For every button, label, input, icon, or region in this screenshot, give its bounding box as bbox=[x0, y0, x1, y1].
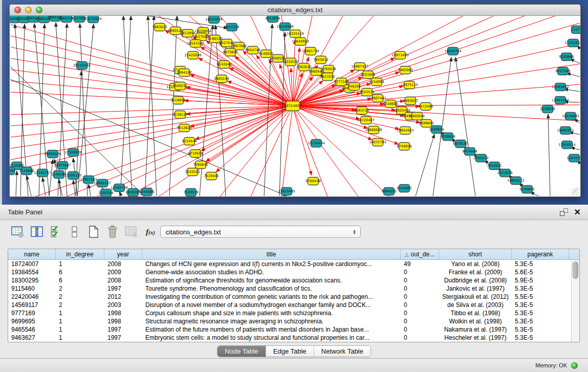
window-titlebar[interactable]: citations_edges.txt bbox=[10, 5, 580, 16]
table-cell[interactable]: 2 bbox=[56, 301, 104, 309]
graph-node[interactable]: 8471676 bbox=[497, 169, 512, 177]
table-row[interactable]: 911546021997Tourette syndrome. Phenomeno… bbox=[8, 285, 571, 293]
table-cell[interactable]: 5.3E-5 bbox=[512, 285, 569, 293]
graph-node[interactable]: 9242848 bbox=[216, 61, 231, 69]
table-cell[interactable]: 5.3E-5 bbox=[512, 325, 569, 334]
graph-edge[interactable] bbox=[293, 43, 580, 106]
graph-node[interactable]: 7857224 bbox=[224, 24, 239, 31]
table-cell[interactable]: 9465546 bbox=[8, 325, 56, 334]
table-cell[interactable]: 49 bbox=[401, 260, 439, 268]
graph-edge[interactable] bbox=[416, 134, 434, 196]
table-cell[interactable]: Corpus callosum shape and size in male p… bbox=[142, 309, 401, 317]
table-cell[interactable]: 5.5E-5 bbox=[512, 293, 569, 301]
table-cell[interactable]: de Silva et al. (2003) bbox=[439, 301, 512, 309]
graph-node[interactable]: 8454749 bbox=[245, 47, 260, 54]
table-cell[interactable]: 14569117 bbox=[8, 301, 56, 309]
table-cell[interactable]: 0 bbox=[401, 301, 439, 309]
table-cell[interactable]: 6 bbox=[56, 268, 104, 276]
table-row[interactable]: 946362711997Embryonic stem cells: a mode… bbox=[8, 334, 571, 342]
graph-node[interactable]: 16210643 bbox=[562, 113, 579, 120]
graph-node[interactable]: 1192344 bbox=[98, 189, 113, 197]
graph-edge[interactable] bbox=[120, 16, 131, 196]
graph-node[interactable]: 7519519 bbox=[183, 189, 198, 196]
graph-node[interactable]: 7509251 bbox=[172, 82, 187, 90]
graph-node[interactable]: 10654112 bbox=[507, 177, 525, 185]
graph-node[interactable]: 1167533 bbox=[567, 155, 580, 162]
graph-node[interactable]: 7463822 bbox=[152, 24, 167, 31]
table-row[interactable]: 2242004622012Investigating the contribut… bbox=[8, 293, 571, 301]
graph-node[interactable]: 4863721 bbox=[354, 107, 369, 115]
graph-node[interactable]: 18724007 bbox=[284, 101, 301, 111]
table-cell[interactable]: 1 bbox=[56, 260, 104, 268]
column-header-in_degree[interactable]: in_degree bbox=[56, 249, 104, 259]
graph-node[interactable]: 18640910 bbox=[292, 38, 309, 46]
graph-node[interactable]: 9694550 bbox=[381, 188, 396, 195]
graph-node[interactable]: 7634102 bbox=[185, 168, 200, 176]
graph-node[interactable]: 1021662 bbox=[360, 71, 375, 79]
graph-edge[interactable] bbox=[293, 106, 399, 144]
column-header-pagerank[interactable]: pagerank bbox=[512, 249, 569, 259]
graph-node[interactable]: 8912954 bbox=[180, 30, 195, 37]
table-cell[interactable]: Changes of HCN gene expression and I(f) … bbox=[142, 260, 401, 268]
table-cell[interactable]: Nakamura et al. (1997) bbox=[439, 325, 512, 334]
table-cell[interactable]: Hescheler et al. (1997) bbox=[439, 334, 512, 342]
graph-node[interactable]: 8938924 bbox=[440, 133, 455, 141]
graph-edge[interactable] bbox=[293, 84, 580, 106]
table-cell[interactable]: 1 bbox=[56, 334, 104, 342]
table-cell[interactable]: 0 bbox=[401, 268, 439, 276]
graph-node[interactable]: 20206576 bbox=[44, 150, 61, 158]
graph-edge[interactable] bbox=[11, 106, 293, 148]
graph-edge[interactable] bbox=[16, 171, 17, 196]
table-selector-dropdown[interactable]: citations_edges.txt ▲▼ bbox=[160, 226, 361, 238]
table-cell[interactable]: 1998 bbox=[104, 317, 142, 325]
graph-edge[interactable] bbox=[11, 106, 293, 137]
graph-node[interactable]: 9115460 bbox=[418, 103, 433, 111]
graph-edge[interactable] bbox=[293, 106, 358, 196]
table-cell[interactable]: 22420046 bbox=[8, 293, 56, 301]
graph-node[interactable]: 7612624 bbox=[177, 124, 191, 132]
graph-edge[interactable] bbox=[281, 106, 293, 196]
table-cell[interactable]: 2 bbox=[56, 293, 104, 301]
table-mode-button[interactable] bbox=[10, 224, 26, 239]
table-row[interactable]: 1938455462009Genome-wide association stu… bbox=[8, 268, 571, 276]
table-cell[interactable]: Tourette syndrome. Phenomenology and cla… bbox=[142, 285, 401, 293]
graph-node[interactable]: 1154094 bbox=[369, 78, 384, 86]
graph-node[interactable]: 391591 bbox=[10, 167, 16, 175]
window-resize-grip[interactable] bbox=[572, 188, 579, 195]
delete-columns-button[interactable] bbox=[105, 224, 120, 239]
graph-node[interactable]: 11175 bbox=[572, 26, 581, 34]
graph-node[interactable]: 6879197 bbox=[453, 140, 468, 148]
graph-node[interactable]: 9699695 bbox=[419, 120, 433, 127]
table-cell[interactable]: Franke et al. (2009) bbox=[439, 268, 512, 276]
table-cell[interactable]: 1997 bbox=[104, 325, 142, 334]
table-cell[interactable]: 18300295 bbox=[8, 276, 56, 285]
graph-node[interactable]: 11923445 bbox=[278, 188, 295, 195]
column-header-short[interactable]: short bbox=[439, 249, 512, 259]
table-cell[interactable]: Structural magnetic resonance image aver… bbox=[142, 317, 401, 325]
graph-node[interactable]: 3024514 bbox=[359, 89, 374, 96]
table-row[interactable]: 1830029562008Estimation of significance … bbox=[8, 276, 571, 285]
graph-node[interactable]: 10467427 bbox=[351, 63, 368, 71]
graph-node[interactable]: 9756928 bbox=[397, 143, 411, 150]
table-cell[interactable]: 1998 bbox=[104, 309, 142, 317]
graph-node[interactable]: 7594841 bbox=[193, 161, 208, 169]
graph-node[interactable]: 10688609 bbox=[365, 126, 382, 134]
graph-edge[interactable] bbox=[10, 79, 287, 196]
table-cell[interactable]: 5.3E-5 bbox=[512, 260, 569, 268]
graph-node[interactable]: 8719504 bbox=[188, 150, 203, 158]
graph-node[interactable]: 2935114 bbox=[473, 155, 488, 162]
table-cell[interactable]: 0 bbox=[401, 317, 439, 325]
table-cell[interactable]: 2009 bbox=[104, 268, 142, 276]
graph-node[interactable]: 9788439 bbox=[306, 178, 320, 185]
graph-edge[interactable] bbox=[123, 16, 132, 196]
graph-node[interactable]: 9154544 bbox=[182, 138, 197, 145]
graph-edge[interactable] bbox=[58, 24, 67, 196]
graph-node[interactable]: 7485063 bbox=[398, 67, 412, 74]
table-scrollbar[interactable] bbox=[571, 260, 579, 342]
graph-edge[interactable] bbox=[169, 16, 177, 196]
delete-table-button[interactable] bbox=[124, 224, 139, 239]
graph-node[interactable]: 15134454 bbox=[308, 140, 325, 147]
graph-node[interactable]: 9875685 bbox=[223, 49, 237, 56]
graph-edge[interactable] bbox=[42, 178, 46, 196]
graph-edge[interactable] bbox=[89, 184, 91, 196]
